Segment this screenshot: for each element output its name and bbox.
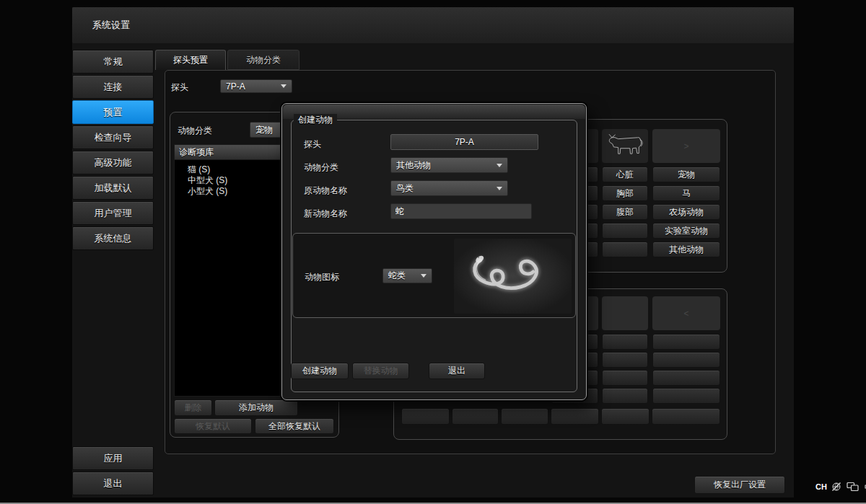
add-animal-button[interactable]: 添加动物 <box>214 399 298 416</box>
dialog-probe-value[interactable]: 7P-A <box>390 134 538 150</box>
empty-button[interactable] <box>602 223 648 239</box>
empty-button[interactable] <box>652 408 720 425</box>
sidebar: 常规 连接 预置 检查向导 高级功能 加载默认 用户管理 系统信息 <box>72 50 154 250</box>
create-animal-button[interactable]: 创建动物 <box>291 363 349 379</box>
speaker-icon <box>863 482 866 492</box>
chevron-down-icon <box>497 187 502 190</box>
dialog-category-label: 动物分类 <box>304 162 338 174</box>
sidebar-item-system-info[interactable]: 系统信息 <box>72 226 154 250</box>
sidebar-item-advanced[interactable]: 高级功能 <box>72 151 154 174</box>
empty-button[interactable] <box>652 352 720 368</box>
empty-button[interactable] <box>652 388 720 404</box>
empty-button[interactable] <box>601 408 650 425</box>
abdomen-button[interactable]: 腹部 <box>602 204 648 220</box>
empty-button[interactable] <box>452 408 499 425</box>
sidebar-bottom: 应用 退出 <box>72 446 154 495</box>
tab-animal-category[interactable]: 动物分类 <box>227 50 299 70</box>
dialog-source-label: 原动物名称 <box>304 185 347 197</box>
window-titlebar: 系统设置 <box>72 7 794 43</box>
probe-label: 探头 <box>171 81 188 94</box>
empty-button[interactable] <box>401 408 450 425</box>
tab-probe-preset[interactable]: 探头预置 <box>155 50 226 70</box>
other-animal-button[interactable]: 其他动物 <box>652 242 720 257</box>
probe-select[interactable]: 7P-A <box>220 79 292 93</box>
sidebar-item-exam-wizard[interactable]: 检查向导 <box>72 125 154 149</box>
dialog-source-value: 鸟类 <box>396 182 414 195</box>
chevron-down-icon <box>497 164 502 167</box>
settings-window: 系统设置 常规 连接 预置 检查向导 高级功能 加载默认 用户管理 系统信息 应… <box>72 7 794 498</box>
empty-button[interactable] <box>602 352 648 368</box>
dialog-new-name-label: 新动物名称 <box>304 208 347 220</box>
dialog-probe-label: 探头 <box>304 138 321 151</box>
dialog-category-value: 其他动物 <box>396 159 431 172</box>
animal-icon-preview <box>454 239 572 314</box>
empty-button[interactable] <box>551 408 599 425</box>
cow-icon <box>605 131 645 160</box>
replace-animal-button[interactable]: 替换动物 <box>352 363 409 379</box>
snake-icon <box>459 242 567 311</box>
empty-button[interactable] <box>652 334 720 350</box>
farm-animal-button[interactable]: 农场动物 <box>652 204 720 220</box>
dual-display-icon <box>847 482 859 492</box>
sidebar-item-general[interactable]: 常规 <box>72 50 154 74</box>
category-label: 动物分类 <box>178 125 212 137</box>
cow-image-box[interactable] <box>602 129 648 163</box>
prev-page-box[interactable]: < <box>652 296 720 330</box>
sidebar-item-connection[interactable]: 连接 <box>72 75 154 99</box>
sidebar-item-preset[interactable]: 预置 <box>72 100 154 124</box>
next-page-box[interactable]: > <box>652 129 720 163</box>
icon-type-select[interactable]: 蛇类 <box>382 268 432 283</box>
chevron-right-icon: > <box>652 129 720 163</box>
empty-button[interactable] <box>652 370 720 386</box>
dialog-probe-value-text: 7P-A <box>455 137 474 147</box>
lab-animal-button[interactable]: 实验室动物 <box>652 223 720 239</box>
exit-button[interactable]: 退出 <box>72 472 154 495</box>
animal-image-box[interactable] <box>602 296 648 330</box>
network-icon <box>831 482 842 492</box>
heart-button[interactable]: 心脏 <box>602 167 648 182</box>
language-indicator: CH <box>815 482 827 491</box>
chevron-left-icon: < <box>652 296 720 330</box>
category-select-value: 宠物 <box>255 124 273 136</box>
delete-button[interactable]: 删除 <box>174 399 212 416</box>
apply-button[interactable]: 应用 <box>72 446 154 470</box>
empty-button[interactable] <box>602 334 648 350</box>
icon-type-value: 蛇类 <box>388 270 406 282</box>
status-bar: CH <box>815 482 866 492</box>
chevron-down-icon <box>281 84 287 88</box>
new-name-input[interactable] <box>390 203 532 219</box>
dialog-source-select[interactable]: 鸟类 <box>390 180 508 196</box>
animal-icon-panel: 动物图标 蛇类 <box>292 233 576 318</box>
dialog-category-select[interactable]: 其他动物 <box>390 157 508 173</box>
empty-button[interactable] <box>602 388 648 404</box>
restore-all-default-button[interactable]: 全部恢复默认 <box>255 418 334 434</box>
dialog-exit-button[interactable]: 退出 <box>429 363 485 379</box>
create-animal-dialog: 创建动物 探头 7P-A 动物分类 其他动物 原动物名称 鸟类 新动物名称 动物… <box>281 103 587 400</box>
chevron-down-icon <box>421 274 427 278</box>
horse-button[interactable]: 马 <box>652 185 720 201</box>
dialog-icon-label: 动物图标 <box>305 271 339 283</box>
factory-reset-button[interactable]: 恢复出厂设置 <box>694 476 785 494</box>
pet-button[interactable]: 宠物 <box>652 167 720 182</box>
empty-button[interactable] <box>602 242 648 257</box>
dialog-legend: 创建动物 <box>294 114 337 126</box>
sidebar-item-load-default[interactable]: 加载默认 <box>72 176 154 200</box>
chest-button[interactable]: 胸部 <box>602 185 648 201</box>
page-title: 系统设置 <box>92 19 130 32</box>
probe-select-value: 7P-A <box>226 81 245 92</box>
sidebar-item-user-management[interactable]: 用户管理 <box>72 201 154 225</box>
empty-button[interactable] <box>602 370 648 386</box>
empty-button[interactable] <box>501 408 548 425</box>
restore-default-button[interactable]: 恢复默认 <box>174 418 252 434</box>
